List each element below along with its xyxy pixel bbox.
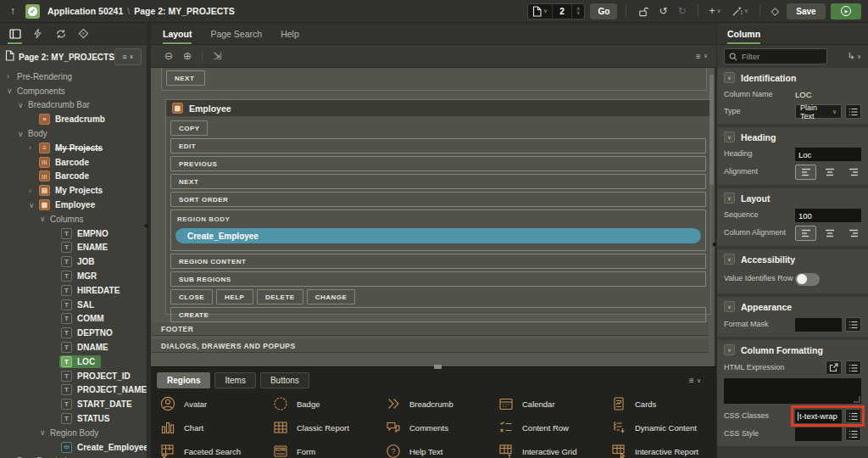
tab-rendering[interactable] — [3, 23, 26, 44]
tab-page-shared-components[interactable] — [72, 23, 95, 44]
tree-item-barcode[interactable]: |||Barcode — [0, 155, 147, 170]
sequence-input[interactable] — [795, 209, 861, 222]
collapse-icon[interactable]: ∨ — [724, 254, 735, 265]
gallery-item-classic-report[interactable]: Classic Report — [272, 416, 385, 439]
canvas-scrollbar[interactable] — [709, 75, 714, 185]
collapse-icon[interactable]: ∨ — [724, 301, 735, 312]
go-button[interactable]: Go — [590, 3, 617, 20]
gallery-item-faceted-search[interactable]: Faceted Search — [159, 439, 272, 458]
tree-item-loc[interactable]: TLOC — [0, 355, 147, 369]
goto-group-icon[interactable]: ↳∨ — [848, 51, 861, 62]
css-classes-quickpick-button[interactable] — [845, 409, 861, 423]
canvas-sort-order-bar[interactable]: SORT ORDER — [170, 192, 706, 207]
canvas-change-button[interactable]: CHANGE — [307, 289, 356, 304]
tree-menu-button[interactable]: ≡∨ — [114, 48, 142, 65]
canvas-next-button[interactable]: NEXT — [166, 70, 205, 86]
tree-item-columns[interactable]: ∨Columns — [0, 212, 147, 226]
tree-expanded-arrow-icon[interactable]: ∨ — [40, 428, 50, 437]
tree-item-breadcrumb[interactable]: »Breadcrumb — [0, 112, 147, 126]
gallery-item-form[interactable]: Form — [272, 439, 385, 458]
align-center-button[interactable] — [819, 165, 840, 180]
align-right-button[interactable] — [843, 226, 864, 241]
create-employee-button[interactable]: Create_Employee — [175, 228, 701, 243]
collapse-right-arrow[interactable]: ▶ — [713, 241, 717, 248]
tab-dynamic-actions[interactable] — [26, 23, 49, 44]
canvas-next-bar[interactable]: NEXT — [170, 174, 706, 189]
tab-processing[interactable] — [49, 23, 72, 44]
collapse-icon[interactable]: ∨ — [724, 193, 735, 204]
type-quickpick-button[interactable] — [845, 104, 861, 119]
footer-slot[interactable]: FOOTER — [151, 322, 709, 336]
canvas-sub-regions-bar[interactable]: SUB REGIONS — [170, 271, 706, 287]
save-button[interactable]: Save — [787, 3, 826, 20]
align-left-button[interactable] — [795, 226, 816, 241]
tree-item-body[interactable]: ∨Body — [0, 126, 147, 141]
canvas-help-button[interactable]: HELP — [216, 289, 253, 304]
employee-region[interactable]: ▦ Employee COPY EDITPREVIOUSNEXTSORT ORD… — [165, 99, 711, 315]
heading-input[interactable] — [795, 148, 861, 161]
canvas-previous-bar[interactable]: PREVIOUS — [170, 156, 706, 171]
gallery-item-comments[interactable]: Comments — [385, 416, 498, 439]
layout-menu-button[interactable]: ≡∨ — [696, 52, 708, 61]
tree-item-comm[interactable]: TCOMM — [0, 312, 147, 327]
tree-item-create-employee[interactable]: ▭Create_Employee — [0, 440, 147, 455]
gallery-item-help-text[interactable]: ?Help Text — [385, 439, 498, 458]
tree-item-employee[interactable]: ∨▦Employee — [0, 198, 147, 212]
tree-item-dname[interactable]: TDNAME — [0, 340, 147, 355]
tree-item-mgr[interactable]: TMGR — [0, 269, 147, 283]
expand-icon[interactable]: ⇲ — [208, 50, 226, 62]
tree-expanded-arrow-icon[interactable]: ∨ — [7, 87, 17, 95]
gallery-item-cards[interactable]: Cards — [610, 392, 723, 416]
tree-item-components[interactable]: ∨Components — [0, 84, 147, 98]
collapse-icon[interactable]: ∨ — [724, 344, 735, 355]
tree-item-region-body[interactable]: ∨Region Body — [0, 426, 147, 440]
collapse-icon[interactable]: ∨ — [724, 131, 735, 142]
filter-input[interactable] — [742, 52, 822, 61]
dock-tab-buttons[interactable]: Buttons — [260, 372, 309, 388]
tree-item-breadcrumb-bar[interactable]: ∨Breadcrumb Bar — [0, 98, 147, 113]
css-classes-input[interactable]: t-text-wrap — [795, 410, 842, 423]
tree-expanded-arrow-icon[interactable]: ∨ — [18, 130, 28, 138]
tree-item-start-date[interactable]: TSTART_DATE — [0, 397, 147, 411]
align-center-button[interactable] — [819, 226, 840, 241]
gallery-item-interactive-report[interactable]: Interactive Report — [610, 439, 723, 458]
shared-components-icon[interactable]: ◇ — [769, 5, 782, 17]
tree-item-pre-rendering[interactable]: ›Pre-Rendering — [0, 70, 147, 84]
tree-item-post-rendering[interactable]: ›Post-Rendering — [0, 455, 147, 458]
collapse-left-arrow[interactable]: ◀ — [143, 222, 147, 229]
dock-resize-handle[interactable] — [434, 365, 442, 369]
dock-tab-regions[interactable]: Regions — [157, 372, 210, 388]
tab-help[interactable]: Help — [281, 23, 299, 44]
html-expression-editor-button[interactable] — [826, 360, 842, 375]
page-spinner[interactable]: ∧∨ — [572, 4, 584, 19]
tab-page-search[interactable]: Page Search — [210, 23, 262, 44]
value-identifies-row-toggle[interactable] — [795, 273, 820, 286]
dock-menu-button[interactable]: ≡∨ — [689, 376, 701, 385]
tab-layout[interactable]: Layout — [163, 23, 192, 44]
tree-expanded-arrow-icon[interactable]: ∨ — [29, 201, 39, 209]
breadcrumb-app[interactable]: Application 50241 — [47, 6, 123, 16]
create-plus-icon[interactable]: +∨ — [707, 5, 724, 17]
gallery-item-dynamic-content[interactable]: Dynamic Content — [610, 416, 723, 439]
gallery-item-badge[interactable]: Badge — [272, 392, 385, 416]
gallery-item-content-row[interactable]: Content Row — [498, 416, 610, 439]
filter-search[interactable] — [724, 48, 827, 64]
app-icon[interactable]: ✓ — [25, 4, 40, 19]
tree-item-deptno[interactable]: TDEPTNO — [0, 326, 147, 340]
tree-item-project-id[interactable]: TPROJECT_ID — [0, 369, 147, 383]
up-arrow-icon[interactable]: ↑ — [0, 5, 25, 17]
undo-icon[interactable]: ↺ — [656, 5, 670, 17]
page-number-input[interactable] — [557, 7, 567, 16]
zoom-in-icon[interactable]: ⊕ — [178, 50, 197, 62]
canvas-create-button[interactable]: CREATE — [170, 307, 706, 322]
redo-icon[interactable]: ↻ — [675, 5, 688, 17]
dock-tab-items[interactable]: Items — [214, 372, 255, 388]
tree-item-empno[interactable]: TEMPNO — [0, 226, 147, 241]
tree-item-sal[interactable]: TSAL — [0, 298, 147, 312]
gallery-item-chart[interactable]: Chart — [159, 416, 272, 439]
canvas-delete-button[interactable]: DELETE — [257, 289, 303, 304]
canvas-copy-button[interactable]: COPY — [170, 120, 208, 136]
lock-icon[interactable] — [635, 6, 651, 17]
tree-collapsed-arrow-icon[interactable]: › — [29, 143, 39, 152]
tree-item-barcode[interactable]: |||Barcode — [0, 170, 147, 184]
